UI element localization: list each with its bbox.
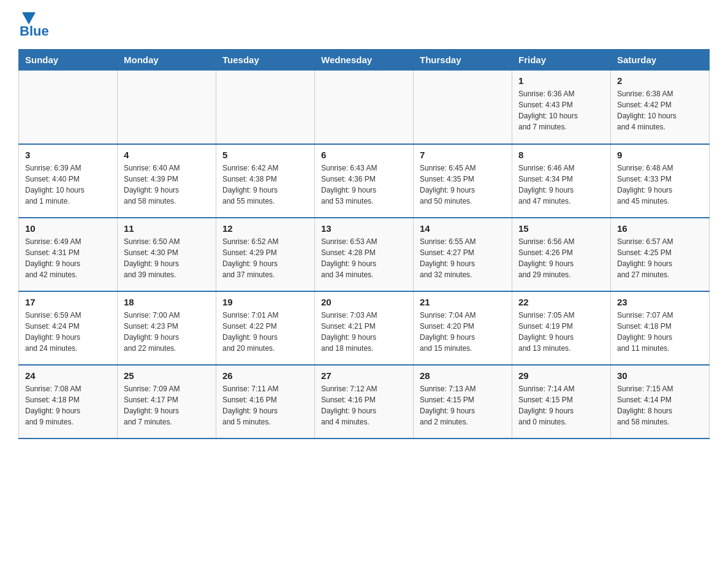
day-cell: 9Sunrise: 6:48 AM Sunset: 4:33 PM Daylig… <box>611 144 710 218</box>
day-number: 24 <box>25 370 111 381</box>
day-number: 28 <box>420 370 506 381</box>
day-cell: 10Sunrise: 6:49 AM Sunset: 4:31 PM Dayli… <box>19 218 118 291</box>
day-cell <box>118 71 216 144</box>
day-cell: 27Sunrise: 7:12 AM Sunset: 4:16 PM Dayli… <box>315 365 414 439</box>
page-header: Blue <box>18 12 710 39</box>
day-number: 15 <box>518 223 604 234</box>
day-cell: 15Sunrise: 6:56 AM Sunset: 4:26 PM Dayli… <box>512 218 611 291</box>
day-info: Sunrise: 6:56 AM Sunset: 4:26 PM Dayligh… <box>518 236 604 280</box>
day-number: 5 <box>222 150 308 160</box>
day-number: 10 <box>25 223 111 234</box>
day-number: 27 <box>321 370 407 381</box>
day-info: Sunrise: 6:53 AM Sunset: 4:28 PM Dayligh… <box>321 236 407 280</box>
col-header-thursday: Thursday <box>414 50 512 71</box>
day-number: 1 <box>518 75 604 86</box>
day-info: Sunrise: 7:04 AM Sunset: 4:20 PM Dayligh… <box>420 310 506 354</box>
day-info: Sunrise: 6:48 AM Sunset: 4:33 PM Dayligh… <box>617 163 703 207</box>
week-row-2: 3Sunrise: 6:39 AM Sunset: 4:40 PM Daylig… <box>19 144 710 218</box>
day-info: Sunrise: 6:46 AM Sunset: 4:34 PM Dayligh… <box>518 163 604 207</box>
day-info: Sunrise: 7:01 AM Sunset: 4:22 PM Dayligh… <box>222 310 308 354</box>
day-info: Sunrise: 6:40 AM Sunset: 4:39 PM Dayligh… <box>124 163 210 207</box>
day-cell: 17Sunrise: 6:59 AM Sunset: 4:24 PM Dayli… <box>19 291 118 365</box>
day-cell: 23Sunrise: 7:07 AM Sunset: 4:18 PM Dayli… <box>611 291 710 365</box>
day-info: Sunrise: 7:05 AM Sunset: 4:19 PM Dayligh… <box>518 310 604 354</box>
day-number: 2 <box>617 75 703 86</box>
day-info: Sunrise: 7:11 AM Sunset: 4:16 PM Dayligh… <box>222 383 308 427</box>
day-number: 25 <box>124 370 210 381</box>
col-header-saturday: Saturday <box>611 50 710 71</box>
day-info: Sunrise: 7:07 AM Sunset: 4:18 PM Dayligh… <box>617 310 703 354</box>
day-info: Sunrise: 6:52 AM Sunset: 4:29 PM Dayligh… <box>222 236 308 280</box>
day-number: 22 <box>518 297 604 307</box>
day-number: 9 <box>617 150 703 160</box>
col-header-friday: Friday <box>512 50 611 71</box>
logo-subtitle: Blue <box>20 23 49 39</box>
day-cell <box>19 71 118 144</box>
day-cell: 22Sunrise: 7:05 AM Sunset: 4:19 PM Dayli… <box>512 291 611 365</box>
day-cell: 24Sunrise: 7:08 AM Sunset: 4:18 PM Dayli… <box>19 365 118 439</box>
svg-marker-0 <box>22 12 36 25</box>
day-cell: 6Sunrise: 6:43 AM Sunset: 4:36 PM Daylig… <box>315 144 414 218</box>
day-cell: 1Sunrise: 6:36 AM Sunset: 4:43 PM Daylig… <box>512 71 611 144</box>
day-info: Sunrise: 6:42 AM Sunset: 4:38 PM Dayligh… <box>222 163 308 207</box>
day-cell: 12Sunrise: 6:52 AM Sunset: 4:29 PM Dayli… <box>216 218 315 291</box>
day-info: Sunrise: 6:55 AM Sunset: 4:27 PM Dayligh… <box>420 236 506 280</box>
week-row-3: 10Sunrise: 6:49 AM Sunset: 4:31 PM Dayli… <box>19 218 710 291</box>
day-cell: 13Sunrise: 6:53 AM Sunset: 4:28 PM Dayli… <box>315 218 414 291</box>
day-number: 20 <box>321 297 407 307</box>
day-info: Sunrise: 6:45 AM Sunset: 4:35 PM Dayligh… <box>420 163 506 207</box>
day-info: Sunrise: 7:15 AM Sunset: 4:14 PM Dayligh… <box>617 383 703 427</box>
day-cell: 7Sunrise: 6:45 AM Sunset: 4:35 PM Daylig… <box>414 144 512 218</box>
day-cell: 14Sunrise: 6:55 AM Sunset: 4:27 PM Dayli… <box>414 218 512 291</box>
calendar-table: SundayMondayTuesdayWednesdayThursdayFrid… <box>18 49 710 439</box>
day-cell: 30Sunrise: 7:15 AM Sunset: 4:14 PM Dayli… <box>611 365 710 439</box>
day-info: Sunrise: 6:57 AM Sunset: 4:25 PM Dayligh… <box>617 236 703 280</box>
day-cell: 8Sunrise: 6:46 AM Sunset: 4:34 PM Daylig… <box>512 144 611 218</box>
day-info: Sunrise: 6:50 AM Sunset: 4:30 PM Dayligh… <box>124 236 210 280</box>
day-info: Sunrise: 7:12 AM Sunset: 4:16 PM Dayligh… <box>321 383 407 427</box>
day-info: Sunrise: 6:39 AM Sunset: 4:40 PM Dayligh… <box>25 163 111 207</box>
day-info: Sunrise: 6:36 AM Sunset: 4:43 PM Dayligh… <box>518 88 604 132</box>
day-cell: 25Sunrise: 7:09 AM Sunset: 4:17 PM Dayli… <box>118 365 216 439</box>
day-cell <box>315 71 414 144</box>
day-info: Sunrise: 7:03 AM Sunset: 4:21 PM Dayligh… <box>321 310 407 354</box>
col-header-tuesday: Tuesday <box>216 50 315 71</box>
day-info: Sunrise: 7:14 AM Sunset: 4:15 PM Dayligh… <box>518 383 604 427</box>
day-number: 30 <box>617 370 703 381</box>
day-cell: 28Sunrise: 7:13 AM Sunset: 4:15 PM Dayli… <box>414 365 512 439</box>
day-number: 3 <box>25 150 111 160</box>
day-info: Sunrise: 6:38 AM Sunset: 4:42 PM Dayligh… <box>617 88 703 132</box>
day-info: Sunrise: 6:49 AM Sunset: 4:31 PM Dayligh… <box>25 236 111 280</box>
day-number: 7 <box>420 150 506 160</box>
day-number: 12 <box>222 223 308 234</box>
week-row-5: 24Sunrise: 7:08 AM Sunset: 4:18 PM Dayli… <box>19 365 710 439</box>
day-number: 8 <box>518 150 604 160</box>
day-info: Sunrise: 7:13 AM Sunset: 4:15 PM Dayligh… <box>420 383 506 427</box>
day-cell: 4Sunrise: 6:40 AM Sunset: 4:39 PM Daylig… <box>118 144 216 218</box>
day-cell: 11Sunrise: 6:50 AM Sunset: 4:30 PM Dayli… <box>118 218 216 291</box>
day-info: Sunrise: 7:09 AM Sunset: 4:17 PM Dayligh… <box>124 383 210 427</box>
day-info: Sunrise: 6:59 AM Sunset: 4:24 PM Dayligh… <box>25 310 111 354</box>
day-number: 6 <box>321 150 407 160</box>
day-cell: 21Sunrise: 7:04 AM Sunset: 4:20 PM Dayli… <box>414 291 512 365</box>
day-number: 26 <box>222 370 308 381</box>
day-cell: 3Sunrise: 6:39 AM Sunset: 4:40 PM Daylig… <box>19 144 118 218</box>
day-number: 18 <box>124 297 210 307</box>
day-cell: 20Sunrise: 7:03 AM Sunset: 4:21 PM Dayli… <box>315 291 414 365</box>
week-row-4: 17Sunrise: 6:59 AM Sunset: 4:24 PM Dayli… <box>19 291 710 365</box>
day-number: 19 <box>222 297 308 307</box>
day-info: Sunrise: 7:00 AM Sunset: 4:23 PM Dayligh… <box>124 310 210 354</box>
col-header-wednesday: Wednesday <box>315 50 414 71</box>
day-cell <box>216 71 315 144</box>
day-info: Sunrise: 6:43 AM Sunset: 4:36 PM Dayligh… <box>321 163 407 207</box>
day-cell: 2Sunrise: 6:38 AM Sunset: 4:42 PM Daylig… <box>611 71 710 144</box>
day-number: 17 <box>25 297 111 307</box>
day-cell <box>414 71 512 144</box>
day-number: 13 <box>321 223 407 234</box>
day-number: 23 <box>617 297 703 307</box>
week-row-1: 1Sunrise: 6:36 AM Sunset: 4:43 PM Daylig… <box>19 71 710 144</box>
day-cell: 16Sunrise: 6:57 AM Sunset: 4:25 PM Dayli… <box>611 218 710 291</box>
day-cell: 26Sunrise: 7:11 AM Sunset: 4:16 PM Dayli… <box>216 365 315 439</box>
day-number: 14 <box>420 223 506 234</box>
day-cell: 18Sunrise: 7:00 AM Sunset: 4:23 PM Dayli… <box>118 291 216 365</box>
